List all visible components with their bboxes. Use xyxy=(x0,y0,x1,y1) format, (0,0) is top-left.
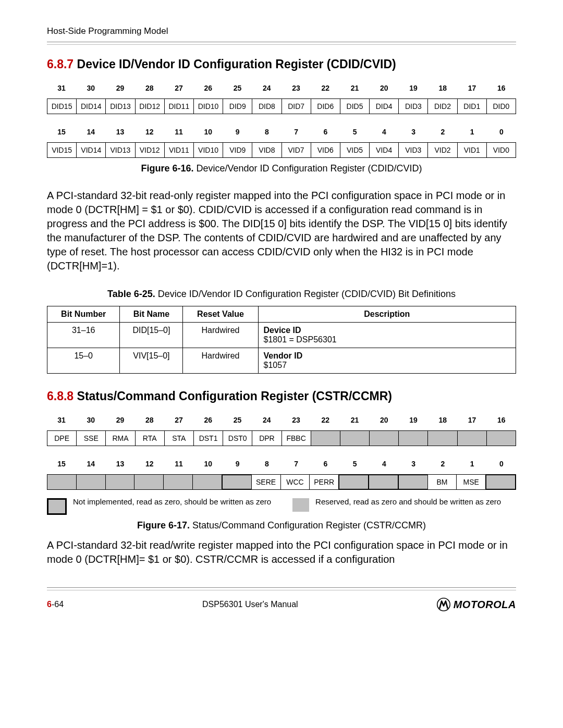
bit-number: 13 xyxy=(106,458,135,470)
table-title: Device ID/Vendor ID Configuration Regist… xyxy=(155,289,456,299)
section-body-688: A PCI-standard 32-bit read/write registe… xyxy=(47,538,516,566)
bit-field: VID8 xyxy=(252,142,281,158)
bit-field: DID2 xyxy=(427,98,457,114)
legend-swatch-not-implemented xyxy=(47,498,67,515)
table-caption-625: Table 6-25. Device ID/Vendor ID Configur… xyxy=(47,289,516,300)
bit-field: DID7 xyxy=(282,98,311,114)
bit-field-row-status: DPESSERMARTASTADST1DST0DPRFBBC xyxy=(47,430,516,446)
bit-field: DID0 xyxy=(486,98,516,114)
table-cell: Hardwired xyxy=(183,348,258,374)
bit-field xyxy=(340,430,369,446)
bit-field xyxy=(311,430,340,446)
bit-field xyxy=(398,430,427,446)
motorola-logo: MOTOROLA xyxy=(437,598,516,611)
bit-number-row-31-16: 31302928272625242322212019181716 xyxy=(47,414,516,426)
bit-field: VID11 xyxy=(164,142,193,158)
bit-field xyxy=(368,474,398,490)
table-cell: 31–16 xyxy=(47,323,120,348)
bit-number: 3 xyxy=(399,126,428,138)
bit-number: 22 xyxy=(311,414,340,426)
figure-caption-617: Figure 6-17. Status/Command Configuratio… xyxy=(47,520,516,531)
table-row: 15–0VIV[15–0]HardwiredVendor ID$1057 xyxy=(47,348,516,374)
motorola-wordmark: MOTOROLA xyxy=(454,599,516,611)
figure-title: Status/Command Configuration Register (C… xyxy=(190,520,426,530)
bit-number: 15 xyxy=(47,126,76,138)
figure-title: Device/Vendor ID Configuration Register … xyxy=(193,163,422,174)
bit-number: 9 xyxy=(223,458,252,470)
bit-number: 1 xyxy=(458,458,487,470)
bit-field: MSE xyxy=(456,474,485,490)
bit-number: 19 xyxy=(399,82,428,94)
bit-number: 10 xyxy=(193,458,223,470)
bit-field xyxy=(105,474,134,490)
bit-field: DID1 xyxy=(457,98,486,114)
bit-field-row-did: DID15DID14DID13DID12DID11DID10DID9DID8DI… xyxy=(47,98,516,114)
bit-field: VID4 xyxy=(369,142,398,158)
bit-field xyxy=(76,474,105,490)
bit-number: 21 xyxy=(340,82,370,94)
bit-field: DID3 xyxy=(398,98,427,114)
legend-swatch-reserved xyxy=(292,498,309,512)
table-cell: DID[15–0] xyxy=(120,323,183,348)
bit-field xyxy=(192,474,222,490)
bit-number: 25 xyxy=(223,82,252,94)
bit-field: DPE xyxy=(47,430,76,446)
col-bit-number: Bit Number xyxy=(47,306,120,323)
table-cell: 15–0 xyxy=(47,348,120,374)
bit-field: RTA xyxy=(135,430,164,446)
bit-field xyxy=(222,474,251,490)
bit-number: 17 xyxy=(458,414,487,426)
bit-field: VID12 xyxy=(135,142,164,158)
table-cell: Device ID$1801 = DSP56301 xyxy=(258,323,516,348)
bit-field: DID8 xyxy=(252,98,281,114)
bit-number: 30 xyxy=(76,414,105,426)
bit-field: DID13 xyxy=(105,98,134,114)
bit-field-row-vid: VID15VID14VID13VID12VID11VID10VID9VID8VI… xyxy=(47,142,516,158)
section-heading-687: 6.8.7 Device ID/Vendor ID Configuration … xyxy=(47,57,516,71)
bit-field: DID14 xyxy=(76,98,105,114)
footer-manual-title: DSP56301 User's Manual xyxy=(202,600,298,609)
col-reset-value: Reset Value xyxy=(183,306,258,323)
bit-number: 29 xyxy=(106,414,135,426)
bit-field: DID6 xyxy=(311,98,340,114)
bit-field xyxy=(134,474,163,490)
bit-number: 4 xyxy=(370,126,399,138)
bit-number: 3 xyxy=(399,458,428,470)
bit-definition-table: Bit Number Bit Name Reset Value Descript… xyxy=(47,306,516,374)
bit-number: 21 xyxy=(340,414,370,426)
bit-number: 6 xyxy=(311,126,340,138)
bit-number: 1 xyxy=(458,126,487,138)
section-title: Status/Command Configuration Register (C… xyxy=(74,389,392,403)
bit-field: RMA xyxy=(105,430,134,446)
bit-field: WCC xyxy=(280,474,310,490)
page-number: 6-64 xyxy=(47,600,64,609)
bit-number: 13 xyxy=(106,126,135,138)
bit-field: DID12 xyxy=(135,98,164,114)
bit-field xyxy=(427,430,457,446)
bit-number: 26 xyxy=(193,82,223,94)
bit-number: 8 xyxy=(252,458,282,470)
bit-field: DID4 xyxy=(369,98,398,114)
section-body-687: A PCI-standard 32-bit read-only register… xyxy=(47,189,516,273)
figure-label: Figure 6-17. xyxy=(137,520,190,530)
bit-field-row-command: SEREWCCPERRBMMSE xyxy=(47,474,516,490)
bit-number: 7 xyxy=(282,458,311,470)
bit-field xyxy=(486,430,516,446)
running-header: Host-Side Programming Model xyxy=(47,26,516,36)
legend-text-reserved: Reserved, read as zero and should be wri… xyxy=(315,497,516,506)
bit-number: 0 xyxy=(487,458,516,470)
bit-field: PERR xyxy=(309,474,338,490)
bit-field: VID9 xyxy=(223,142,252,158)
bit-number: 28 xyxy=(135,414,164,426)
bit-field: STA xyxy=(164,430,193,446)
table-row: 31–16DID[15–0]HardwiredDevice ID$1801 = … xyxy=(47,323,516,348)
bit-field: VID1 xyxy=(457,142,486,158)
bit-field: VID15 xyxy=(47,142,76,158)
legend-text-not-implemented: Not implemented, read as zero, should be… xyxy=(73,497,286,506)
bit-number: 17 xyxy=(458,82,487,94)
bit-number: 5 xyxy=(340,458,370,470)
bit-number: 12 xyxy=(135,126,164,138)
bit-number: 27 xyxy=(164,414,193,426)
bit-number-row-15-0: 1514131211109876543210 xyxy=(47,126,516,138)
section-title: Device ID/Vendor ID Configuration Regist… xyxy=(74,57,396,71)
